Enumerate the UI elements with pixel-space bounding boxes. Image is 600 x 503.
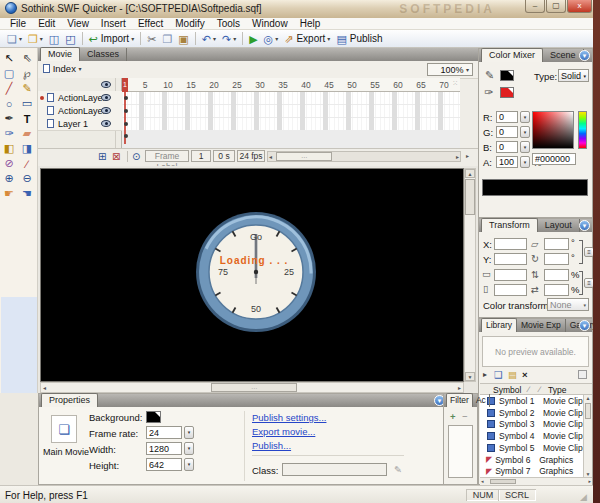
- pen-tool[interactable]: ✒: [0, 111, 18, 126]
- rectangle-tool[interactable]: ▭: [18, 96, 36, 111]
- width-spinner[interactable]: ▾: [184, 442, 194, 455]
- column-symbol[interactable]: Symbol: [493, 385, 521, 395]
- eye-visibility-icon[interactable]: [101, 81, 111, 88]
- delete-layer-icon[interactable]: ⊠: [112, 150, 120, 163]
- paste-button[interactable]: ▣: [176, 31, 190, 47]
- horizontal-scroll-thumb[interactable]: ⋯: [211, 383, 297, 392]
- library-horizontal-scrollbar[interactable]: ◂ ▸: [480, 477, 592, 485]
- index-dropdown[interactable]: Index ▾: [43, 63, 82, 74]
- library-options-button[interactable]: [578, 370, 587, 379]
- tab-color-mixer[interactable]: Color Mixer: [481, 48, 543, 62]
- layer-name[interactable]: ActionLayer: [58, 106, 106, 116]
- eye-visibility-icon[interactable]: [101, 94, 111, 101]
- minimize-button[interactable]: –: [525, 0, 545, 13]
- copy-button[interactable]: ❐: [160, 31, 174, 47]
- save-all-button[interactable]: ◰: [63, 31, 77, 47]
- expand-arrow-icon[interactable]: ▸: [483, 370, 487, 379]
- library-row[interactable]: Symbol 1Movie Clip: [480, 395, 584, 407]
- frame-rate-spinner[interactable]: ▾: [184, 426, 194, 439]
- zoom-out-tool[interactable]: ⊖: [18, 171, 36, 186]
- color-transform-dropdown[interactable]: None▾: [547, 298, 589, 311]
- close-button[interactable]: x: [567, 0, 592, 13]
- stroke-color-swatch[interactable]: [500, 70, 514, 81]
- frames-grid[interactable]: 510152025303540455055606570 1 ⁙: [122, 78, 460, 148]
- frame-ruler[interactable]: 510152025303540455055606570: [122, 78, 460, 92]
- zoom-in-tool[interactable]: ⊕: [0, 171, 18, 186]
- timeline-scrollbar[interactable]: ◂ ⋯ ▸: [267, 151, 461, 162]
- new-button[interactable]: ❏▾: [5, 31, 24, 47]
- text-tool[interactable]: T: [18, 111, 36, 126]
- width-field[interactable]: [494, 269, 527, 281]
- channel-value-field[interactable]: 100: [496, 156, 518, 168]
- vertical-scroll-thumb[interactable]: [585, 403, 591, 419]
- dropdown-arrow-icon[interactable]: ▾: [327, 35, 330, 42]
- stroke-pencil-icon[interactable]: ✎: [485, 69, 494, 82]
- ink-bottle-tool[interactable]: ◨: [18, 141, 36, 156]
- type-dropdown[interactable]: Solid▾: [558, 69, 589, 82]
- preview-button[interactable]: ◎▾: [262, 31, 281, 47]
- save-button[interactable]: ◫: [47, 31, 61, 47]
- panel-menu-icon[interactable]: ▼: [579, 50, 590, 61]
- edit-class-icon[interactable]: ✎: [394, 464, 402, 475]
- hand-tool[interactable]: ☛: [0, 186, 18, 201]
- dropdown-arrow-icon[interactable]: ▾: [213, 35, 216, 42]
- filter-list[interactable]: [448, 425, 473, 478]
- selection-tool[interactable]: ↖: [0, 51, 18, 66]
- channel-spinner[interactable]: ▾: [520, 126, 530, 138]
- library-row[interactable]: ◤Symbol 7Graphics: [480, 465, 584, 477]
- rotate-field[interactable]: [544, 253, 569, 265]
- publish-button[interactable]: ▤Publish: [334, 31, 384, 47]
- tab-filter[interactable]: Filter: [446, 393, 473, 407]
- stage-canvas[interactable]: Go 25 50 75 Loading . . .: [40, 168, 464, 382]
- scroll-up-icon[interactable]: ▲: [465, 169, 475, 178]
- undo-button[interactable]: ↶▾: [200, 31, 218, 47]
- oval-tool[interactable]: ○: [0, 96, 18, 111]
- timeline-scroll-thumb[interactable]: ⋯: [276, 152, 332, 161]
- frame-rows[interactable]: [122, 92, 460, 130]
- timeline-zoom-dropdown[interactable]: 100% ▾: [427, 63, 473, 76]
- channel-value-field[interactable]: 0: [496, 141, 518, 153]
- fill-color-swatch[interactable]: [500, 87, 514, 98]
- dropdown-arrow-icon[interactable]: ▾: [131, 35, 134, 42]
- tab-movie[interactable]: Movie: [40, 47, 80, 61]
- horizontal-scroll-thumb[interactable]: [490, 479, 516, 484]
- new-folder-icon[interactable]: ▤: [508, 369, 517, 380]
- layer-row[interactable]: ActionLayer: [38, 104, 122, 118]
- eye-visibility-icon[interactable]: [101, 120, 111, 127]
- color-gradient-picker[interactable]: [532, 111, 574, 149]
- y-field[interactable]: [494, 253, 527, 265]
- channel-spinner[interactable]: ▾: [520, 111, 530, 123]
- add-filter-icon[interactable]: +: [450, 411, 456, 422]
- line-tool[interactable]: ╱: [0, 81, 18, 96]
- width-field[interactable]: 1280: [146, 442, 182, 455]
- scroll-left-icon[interactable]: ◂: [269, 151, 272, 164]
- library-row[interactable]: Symbol 2Movie Clip: [480, 407, 584, 419]
- menu-edit[interactable]: Edit: [32, 18, 61, 29]
- eyedropper-tool[interactable]: ∕: [18, 156, 36, 171]
- menu-effect[interactable]: Effect: [132, 18, 169, 29]
- channel-value-field[interactable]: 0: [496, 111, 518, 123]
- library-vertical-scrollbar[interactable]: ▲ ▼: [583, 395, 592, 477]
- height-spinner[interactable]: ▾: [184, 458, 194, 471]
- scroll-right-end-icon[interactable]: ▸: [466, 150, 469, 163]
- remove-filter-icon[interactable]: −: [462, 411, 468, 422]
- dropdown-arrow-icon[interactable]: ▾: [40, 35, 43, 42]
- scroll-up-icon[interactable]: ▲: [584, 395, 592, 401]
- column-type[interactable]: Type: [548, 385, 566, 395]
- menu-file[interactable]: File: [4, 18, 32, 29]
- library-row[interactable]: Symbol 4Movie Clip: [480, 430, 584, 442]
- brush-tool[interactable]: ✑: [0, 126, 18, 141]
- onion-skin-icon[interactable]: ⊙: [132, 150, 140, 163]
- background-swatch[interactable]: [146, 411, 161, 423]
- menu-help[interactable]: Help: [294, 18, 327, 29]
- channel-spinner[interactable]: ▾: [520, 156, 530, 168]
- import-button[interactable]: ↩Import▾: [87, 31, 137, 47]
- resize-grip-icon[interactable]: ◢: [580, 492, 587, 502]
- scale-x-field[interactable]: [544, 269, 569, 281]
- hex-color-field[interactable]: #000000: [532, 153, 576, 165]
- link-publish-settings[interactable]: Publish settings...: [252, 412, 326, 423]
- tab-movie-explorer[interactable]: Movie Exp: [517, 319, 566, 332]
- cut-button[interactable]: ✂: [145, 31, 158, 47]
- new-symbol-icon[interactable]: ❑: [494, 369, 503, 380]
- menu-modify[interactable]: Modify: [169, 18, 210, 29]
